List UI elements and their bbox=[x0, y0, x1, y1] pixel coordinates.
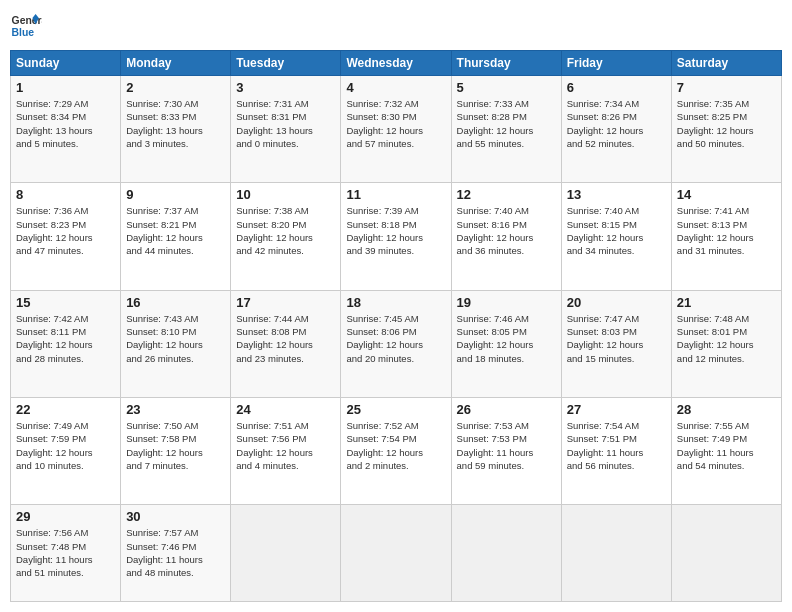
weekday-header-sunday: Sunday bbox=[11, 51, 121, 76]
calendar-cell: 12Sunrise: 7:40 AMSunset: 8:16 PMDayligh… bbox=[451, 183, 561, 290]
day-number: 16 bbox=[126, 295, 225, 310]
day-number: 3 bbox=[236, 80, 335, 95]
day-number: 26 bbox=[457, 402, 556, 417]
calendar-cell: 28Sunrise: 7:55 AMSunset: 7:49 PMDayligh… bbox=[671, 398, 781, 505]
day-number: 18 bbox=[346, 295, 445, 310]
calendar-cell: 1Sunrise: 7:29 AMSunset: 8:34 PMDaylight… bbox=[11, 76, 121, 183]
calendar-week-4: 22Sunrise: 7:49 AMSunset: 7:59 PMDayligh… bbox=[11, 398, 782, 505]
day-number: 6 bbox=[567, 80, 666, 95]
day-info: Sunrise: 7:42 AMSunset: 8:11 PMDaylight:… bbox=[16, 312, 115, 365]
day-number: 17 bbox=[236, 295, 335, 310]
calendar-cell: 8Sunrise: 7:36 AMSunset: 8:23 PMDaylight… bbox=[11, 183, 121, 290]
day-info: Sunrise: 7:34 AMSunset: 8:26 PMDaylight:… bbox=[567, 97, 666, 150]
calendar-cell: 15Sunrise: 7:42 AMSunset: 8:11 PMDayligh… bbox=[11, 290, 121, 397]
day-info: Sunrise: 7:30 AMSunset: 8:33 PMDaylight:… bbox=[126, 97, 225, 150]
calendar-cell: 9Sunrise: 7:37 AMSunset: 8:21 PMDaylight… bbox=[121, 183, 231, 290]
day-info: Sunrise: 7:35 AMSunset: 8:25 PMDaylight:… bbox=[677, 97, 776, 150]
calendar-cell bbox=[451, 505, 561, 602]
day-number: 28 bbox=[677, 402, 776, 417]
day-number: 2 bbox=[126, 80, 225, 95]
calendar-cell bbox=[231, 505, 341, 602]
day-number: 13 bbox=[567, 187, 666, 202]
day-info: Sunrise: 7:32 AMSunset: 8:30 PMDaylight:… bbox=[346, 97, 445, 150]
day-info: Sunrise: 7:41 AMSunset: 8:13 PMDaylight:… bbox=[677, 204, 776, 257]
weekday-header-row: SundayMondayTuesdayWednesdayThursdayFrid… bbox=[11, 51, 782, 76]
calendar-cell: 14Sunrise: 7:41 AMSunset: 8:13 PMDayligh… bbox=[671, 183, 781, 290]
calendar-cell: 25Sunrise: 7:52 AMSunset: 7:54 PMDayligh… bbox=[341, 398, 451, 505]
day-number: 20 bbox=[567, 295, 666, 310]
day-number: 4 bbox=[346, 80, 445, 95]
calendar-cell: 16Sunrise: 7:43 AMSunset: 8:10 PMDayligh… bbox=[121, 290, 231, 397]
day-number: 10 bbox=[236, 187, 335, 202]
calendar-cell: 26Sunrise: 7:53 AMSunset: 7:53 PMDayligh… bbox=[451, 398, 561, 505]
calendar-cell: 20Sunrise: 7:47 AMSunset: 8:03 PMDayligh… bbox=[561, 290, 671, 397]
day-number: 24 bbox=[236, 402, 335, 417]
day-number: 23 bbox=[126, 402, 225, 417]
day-info: Sunrise: 7:33 AMSunset: 8:28 PMDaylight:… bbox=[457, 97, 556, 150]
day-info: Sunrise: 7:37 AMSunset: 8:21 PMDaylight:… bbox=[126, 204, 225, 257]
calendar-week-5: 29Sunrise: 7:56 AMSunset: 7:48 PMDayligh… bbox=[11, 505, 782, 602]
day-info: Sunrise: 7:40 AMSunset: 8:15 PMDaylight:… bbox=[567, 204, 666, 257]
page-header: General Blue bbox=[10, 10, 782, 42]
day-number: 5 bbox=[457, 80, 556, 95]
day-number: 22 bbox=[16, 402, 115, 417]
day-info: Sunrise: 7:31 AMSunset: 8:31 PMDaylight:… bbox=[236, 97, 335, 150]
day-number: 12 bbox=[457, 187, 556, 202]
calendar-cell bbox=[561, 505, 671, 602]
day-info: Sunrise: 7:39 AMSunset: 8:18 PMDaylight:… bbox=[346, 204, 445, 257]
day-info: Sunrise: 7:57 AMSunset: 7:46 PMDaylight:… bbox=[126, 526, 225, 579]
day-info: Sunrise: 7:38 AMSunset: 8:20 PMDaylight:… bbox=[236, 204, 335, 257]
day-number: 11 bbox=[346, 187, 445, 202]
day-info: Sunrise: 7:50 AMSunset: 7:58 PMDaylight:… bbox=[126, 419, 225, 472]
calendar-cell: 5Sunrise: 7:33 AMSunset: 8:28 PMDaylight… bbox=[451, 76, 561, 183]
day-info: Sunrise: 7:53 AMSunset: 7:53 PMDaylight:… bbox=[457, 419, 556, 472]
day-info: Sunrise: 7:51 AMSunset: 7:56 PMDaylight:… bbox=[236, 419, 335, 472]
day-info: Sunrise: 7:56 AMSunset: 7:48 PMDaylight:… bbox=[16, 526, 115, 579]
day-number: 14 bbox=[677, 187, 776, 202]
day-info: Sunrise: 7:36 AMSunset: 8:23 PMDaylight:… bbox=[16, 204, 115, 257]
day-info: Sunrise: 7:47 AMSunset: 8:03 PMDaylight:… bbox=[567, 312, 666, 365]
weekday-header-tuesday: Tuesday bbox=[231, 51, 341, 76]
day-number: 30 bbox=[126, 509, 225, 524]
calendar-cell: 4Sunrise: 7:32 AMSunset: 8:30 PMDaylight… bbox=[341, 76, 451, 183]
weekday-header-thursday: Thursday bbox=[451, 51, 561, 76]
calendar-cell: 7Sunrise: 7:35 AMSunset: 8:25 PMDaylight… bbox=[671, 76, 781, 183]
calendar-cell: 22Sunrise: 7:49 AMSunset: 7:59 PMDayligh… bbox=[11, 398, 121, 505]
weekday-header-monday: Monday bbox=[121, 51, 231, 76]
calendar-cell: 24Sunrise: 7:51 AMSunset: 7:56 PMDayligh… bbox=[231, 398, 341, 505]
day-info: Sunrise: 7:43 AMSunset: 8:10 PMDaylight:… bbox=[126, 312, 225, 365]
calendar-cell: 6Sunrise: 7:34 AMSunset: 8:26 PMDaylight… bbox=[561, 76, 671, 183]
calendar-cell: 19Sunrise: 7:46 AMSunset: 8:05 PMDayligh… bbox=[451, 290, 561, 397]
day-info: Sunrise: 7:55 AMSunset: 7:49 PMDaylight:… bbox=[677, 419, 776, 472]
calendar-cell: 2Sunrise: 7:30 AMSunset: 8:33 PMDaylight… bbox=[121, 76, 231, 183]
calendar-week-3: 15Sunrise: 7:42 AMSunset: 8:11 PMDayligh… bbox=[11, 290, 782, 397]
day-info: Sunrise: 7:29 AMSunset: 8:34 PMDaylight:… bbox=[16, 97, 115, 150]
calendar-table: SundayMondayTuesdayWednesdayThursdayFrid… bbox=[10, 50, 782, 602]
day-number: 15 bbox=[16, 295, 115, 310]
logo: General Blue bbox=[10, 10, 42, 42]
weekday-header-wednesday: Wednesday bbox=[341, 51, 451, 76]
day-number: 29 bbox=[16, 509, 115, 524]
day-info: Sunrise: 7:46 AMSunset: 8:05 PMDaylight:… bbox=[457, 312, 556, 365]
calendar-cell: 13Sunrise: 7:40 AMSunset: 8:15 PMDayligh… bbox=[561, 183, 671, 290]
day-number: 9 bbox=[126, 187, 225, 202]
day-number: 27 bbox=[567, 402, 666, 417]
day-number: 25 bbox=[346, 402, 445, 417]
calendar-cell: 23Sunrise: 7:50 AMSunset: 7:58 PMDayligh… bbox=[121, 398, 231, 505]
day-number: 1 bbox=[16, 80, 115, 95]
day-info: Sunrise: 7:48 AMSunset: 8:01 PMDaylight:… bbox=[677, 312, 776, 365]
day-info: Sunrise: 7:40 AMSunset: 8:16 PMDaylight:… bbox=[457, 204, 556, 257]
calendar-cell bbox=[671, 505, 781, 602]
svg-text:Blue: Blue bbox=[12, 27, 35, 38]
calendar-cell: 18Sunrise: 7:45 AMSunset: 8:06 PMDayligh… bbox=[341, 290, 451, 397]
weekday-header-saturday: Saturday bbox=[671, 51, 781, 76]
generalblue-logo-icon: General Blue bbox=[10, 10, 42, 42]
day-info: Sunrise: 7:44 AMSunset: 8:08 PMDaylight:… bbox=[236, 312, 335, 365]
weekday-header-friday: Friday bbox=[561, 51, 671, 76]
calendar-cell: 3Sunrise: 7:31 AMSunset: 8:31 PMDaylight… bbox=[231, 76, 341, 183]
calendar-cell: 27Sunrise: 7:54 AMSunset: 7:51 PMDayligh… bbox=[561, 398, 671, 505]
calendar-cell: 21Sunrise: 7:48 AMSunset: 8:01 PMDayligh… bbox=[671, 290, 781, 397]
calendar-cell: 30Sunrise: 7:57 AMSunset: 7:46 PMDayligh… bbox=[121, 505, 231, 602]
day-number: 7 bbox=[677, 80, 776, 95]
day-info: Sunrise: 7:52 AMSunset: 7:54 PMDaylight:… bbox=[346, 419, 445, 472]
